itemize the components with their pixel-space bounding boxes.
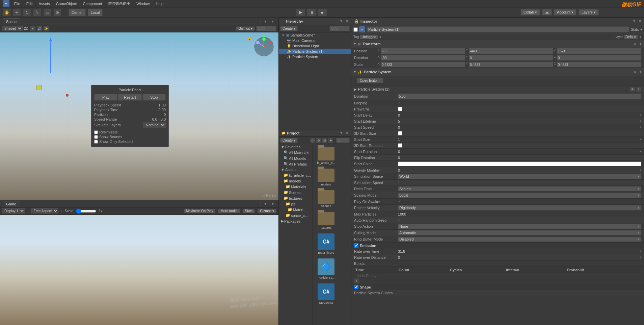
assets-header[interactable]: ▼ Assets bbox=[279, 167, 312, 172]
project-settings-btn[interactable]: ⚙ bbox=[316, 138, 321, 143]
menu-file[interactable]: File bbox=[11, 1, 23, 6]
scene-search-input[interactable] bbox=[256, 26, 276, 31]
proj-item-particle-sys[interactable]: 🔷 Particle Sy... bbox=[314, 257, 338, 281]
menu-edit[interactable]: Edit bbox=[24, 1, 35, 6]
simulate-layers-select[interactable]: Nothing bbox=[143, 122, 166, 128]
pos-y-input[interactable] bbox=[469, 48, 553, 54]
ps-settings-icon[interactable]: ⚙ bbox=[634, 70, 636, 74]
start-size-plus[interactable]: + bbox=[640, 138, 641, 141]
project-menu-btn[interactable]: ▼ bbox=[340, 131, 343, 135]
project-search-input[interactable] bbox=[336, 138, 350, 143]
display-select[interactable]: Display 1 bbox=[2, 208, 25, 214]
particle-stop-btn[interactable]: Stop bbox=[142, 94, 166, 101]
scene-audio-btn[interactable]: 🔊 bbox=[36, 26, 43, 32]
proj-item-scenes[interactable]: Scenes bbox=[314, 189, 338, 209]
show-only-selected-checkbox[interactable] bbox=[94, 140, 98, 144]
menu-enhance[interactable]: 增强效果助手 bbox=[105, 0, 133, 7]
scale-y-input[interactable] bbox=[469, 62, 553, 67]
hand-tool-btn[interactable]: ✋ bbox=[3, 9, 11, 16]
auto-random-seed-check[interactable]: ✓ bbox=[398, 218, 401, 222]
rate-over-distance-plus[interactable]: + bbox=[640, 256, 641, 259]
open-editor-btn[interactable]: Open Editor... bbox=[357, 78, 383, 83]
menu-help[interactable]: Help bbox=[153, 1, 166, 6]
object-active-checkbox[interactable] bbox=[353, 27, 358, 32]
scene-fx-btn[interactable]: ✨ bbox=[43, 26, 49, 32]
show-bounds-checkbox[interactable] bbox=[94, 135, 98, 139]
start-speed-plus[interactable]: + bbox=[640, 126, 641, 129]
scenes-item[interactable]: 📁 Scenes bbox=[279, 190, 312, 195]
pos-z-input[interactable] bbox=[557, 48, 641, 54]
scene-canvas[interactable]: X Y Z 🔒 ◁ Persp Particl bbox=[0, 32, 278, 200]
ring-buffer-mode-dropdown[interactable]: Disabled ▼ bbox=[398, 237, 641, 242]
stats-btn[interactable]: Stats bbox=[243, 209, 255, 213]
hierarchy-item-particle-system[interactable]: ✨ Particle System bbox=[279, 54, 351, 59]
scale-x-input[interactable] bbox=[381, 62, 465, 67]
inspector-menu-btn[interactable]: ▼ bbox=[633, 19, 636, 23]
rotate-tool-btn[interactable]: ↻ bbox=[23, 9, 31, 16]
game-gizmos-btn[interactable]: Gizmos ▾ bbox=[258, 209, 276, 213]
gravity-plus[interactable]: + bbox=[640, 169, 641, 172]
center-btn[interactable]: Center bbox=[69, 9, 86, 16]
scale-z-input[interactable] bbox=[557, 62, 641, 67]
space-item[interactable]: 📁 space_c... bbox=[279, 212, 312, 218]
resimulate-checkbox[interactable] bbox=[94, 130, 98, 134]
shading-mode-select[interactable]: Shaded bbox=[2, 26, 23, 31]
models-item[interactable]: 📁 models bbox=[279, 178, 312, 184]
particle-restart-btn[interactable]: Restart bbox=[118, 94, 141, 101]
proj-item-textures[interactable]: textures bbox=[314, 210, 338, 231]
project-refresh-btn[interactable]: ↺ bbox=[310, 138, 315, 143]
delta-time-dropdown[interactable]: Scaled ▼ bbox=[398, 186, 641, 191]
shape-checkbox[interactable] bbox=[354, 285, 358, 289]
particle-system-comp-header[interactable]: ▼ ✨ Particle System ⚙ ▼ bbox=[351, 68, 644, 76]
menu-assets[interactable]: Assets bbox=[36, 1, 53, 6]
pause-btn[interactable]: ⏸ bbox=[307, 9, 316, 16]
start-rotation-plus[interactable]: + bbox=[640, 150, 641, 153]
all-materials-item[interactable]: 🔍 All Materials bbox=[279, 150, 312, 155]
rot-x-input[interactable] bbox=[381, 55, 465, 60]
hierarchy-item-directional-light[interactable]: 💡 Directional Light bbox=[279, 43, 351, 49]
particle-play-btn[interactable]: Play bbox=[94, 94, 117, 101]
play-btn[interactable]: ▶ bbox=[296, 9, 305, 16]
custom-tool-btn[interactable]: ⊕ bbox=[53, 9, 61, 16]
proj-item-fx[interactable]: fx_article_d... bbox=[314, 146, 338, 166]
hierarchy-item-particle-system-1[interactable]: ✨ Particle System (1) bbox=[279, 49, 351, 54]
transform-menu-icon[interactable]: ▼ bbox=[639, 42, 642, 46]
ps-sub-btn1[interactable]: ⊕ bbox=[630, 86, 635, 92]
emitter-velocity-dropdown[interactable]: Rigidbody ▼ bbox=[398, 205, 641, 210]
proj-item-models[interactable]: models bbox=[314, 167, 338, 188]
hierarchy-menu-btn[interactable]: ▼ bbox=[340, 19, 343, 23]
transform-comp-header[interactable]: ▼ ⊞ Transform ⚙ ▼ bbox=[351, 40, 644, 48]
start-delay-plus[interactable]: + bbox=[640, 114, 641, 117]
gizmos-btn[interactable]: Gizmos ▾ bbox=[236, 26, 255, 31]
move-tool-btn[interactable]: ✛ bbox=[13, 9, 21, 16]
scene-tab[interactable]: Scene bbox=[3, 19, 20, 24]
materi-item[interactable]: 📁 Materi... bbox=[279, 207, 312, 212]
scale-slider[interactable] bbox=[76, 208, 96, 214]
cloud-btn[interactable]: ☁ bbox=[542, 9, 552, 16]
mute-audio-btn[interactable]: Mute Audio bbox=[218, 209, 240, 213]
emission-checkbox[interactable] bbox=[354, 243, 358, 248]
menu-gameobject[interactable]: GameObject bbox=[53, 1, 80, 6]
menu-window[interactable]: Window bbox=[134, 1, 152, 6]
scale-tool-btn[interactable]: ⤡ bbox=[33, 9, 41, 16]
start-color-swatch[interactable] bbox=[398, 161, 641, 166]
materials-item[interactable]: 📁 Materials bbox=[279, 184, 312, 190]
ps-sub-btn2[interactable]: + bbox=[636, 86, 641, 92]
game-tab[interactable]: Game bbox=[3, 201, 20, 207]
looping-check[interactable]: ✓ bbox=[398, 101, 401, 105]
simulation-space-dropdown[interactable]: World ▼ bbox=[398, 174, 641, 179]
scene-light-btn[interactable]: ☀ bbox=[30, 26, 36, 32]
ps-sub-expand[interactable]: ▶ bbox=[354, 88, 357, 91]
play-on-awake-check[interactable]: ✓ bbox=[398, 199, 401, 204]
favorites-header[interactable]: ▼ Favorites bbox=[279, 144, 312, 150]
jet-item[interactable]: 📁 jet bbox=[279, 201, 312, 207]
rot-y-input[interactable] bbox=[469, 55, 553, 60]
proj-item-stopscript[interactable]: C# StopScript bbox=[314, 282, 338, 306]
project-close-btn[interactable]: ✕ bbox=[346, 131, 348, 135]
3d-start-size-checkbox[interactable] bbox=[398, 131, 402, 135]
inspector-close-btn[interactable]: ✕ bbox=[639, 19, 641, 23]
collab-btn[interactable]: Collab ▾ bbox=[520, 9, 540, 16]
object-name-input[interactable] bbox=[367, 26, 629, 32]
account-btn[interactable]: Account ▾ bbox=[554, 9, 576, 16]
prewarm-checkbox[interactable] bbox=[398, 107, 402, 111]
